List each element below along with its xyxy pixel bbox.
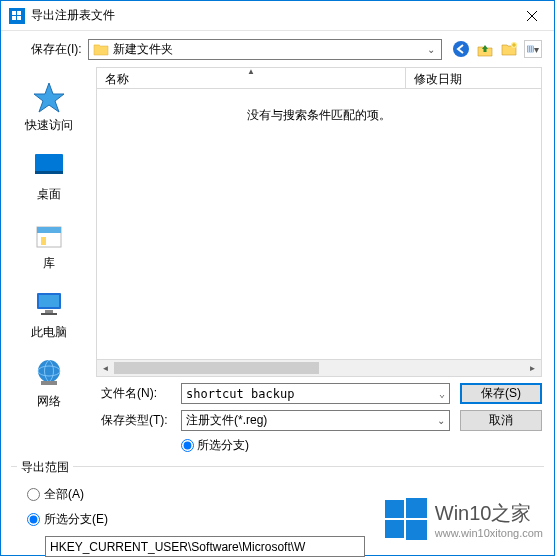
horizontal-scrollbar[interactable]: ◄ ► bbox=[96, 360, 542, 377]
sidebar-item-quickaccess[interactable]: 快速访问 bbox=[1, 75, 96, 144]
export-all-input[interactable] bbox=[27, 488, 40, 501]
export-all-label: 全部(A) bbox=[44, 486, 84, 503]
quick-access-icon bbox=[31, 81, 67, 113]
svg-rect-2 bbox=[12, 16, 16, 20]
svg-point-6 bbox=[453, 41, 469, 57]
selected-branch-inline-input[interactable] bbox=[181, 439, 194, 452]
column-name-text: 名称 bbox=[105, 72, 129, 86]
svg-rect-8 bbox=[528, 46, 534, 52]
column-headers: 名称 ▲ 修改日期 bbox=[96, 67, 542, 89]
this-pc-icon bbox=[31, 288, 67, 320]
filename-value: shortcut backup bbox=[186, 387, 294, 401]
selected-branch-inline-label: 所选分支) bbox=[197, 437, 249, 454]
filetype-label: 保存类型(T): bbox=[101, 412, 181, 429]
export-selected-input[interactable] bbox=[27, 513, 40, 526]
svg-rect-19 bbox=[39, 295, 59, 307]
scroll-thumb[interactable] bbox=[114, 362, 319, 374]
export-selected-label: 所选分支(E) bbox=[44, 511, 108, 528]
sidebar-label: 快速访问 bbox=[25, 117, 73, 134]
selected-branch-inline-radio[interactable]: 所选分支) bbox=[181, 437, 249, 454]
export-selected-radio[interactable]: 所选分支(E) bbox=[27, 511, 538, 528]
empty-message: 没有与搜索条件匹配的项。 bbox=[247, 107, 391, 124]
svg-rect-0 bbox=[12, 11, 16, 15]
column-name[interactable]: 名称 ▲ bbox=[97, 68, 406, 88]
scroll-right-button[interactable]: ► bbox=[524, 360, 541, 376]
svg-rect-14 bbox=[35, 171, 63, 174]
chevron-down-icon: ⌄ bbox=[437, 415, 445, 426]
svg-rect-3 bbox=[17, 16, 21, 20]
view-menu-button[interactable]: ▾ bbox=[524, 40, 542, 58]
file-list-area: 名称 ▲ 修改日期 没有与搜索条件匹配的项。 ◄ ► bbox=[96, 67, 542, 377]
column-date-text: 修改日期 bbox=[414, 72, 462, 86]
filetype-select[interactable]: 注册文件(*.reg) ⌄ bbox=[181, 410, 450, 431]
chevron-down-icon: ⌄ bbox=[421, 44, 441, 55]
sidebar-label: 网络 bbox=[37, 393, 61, 410]
places-sidebar: 快速访问 桌面 库 此电脑 bbox=[1, 67, 96, 377]
svg-rect-17 bbox=[41, 237, 46, 245]
sort-ascending-icon: ▲ bbox=[247, 67, 255, 76]
cancel-button[interactable]: 取消 bbox=[460, 410, 542, 431]
nav-buttons: ▾ bbox=[452, 40, 542, 58]
toolbar: 保存在(I): 新建文件夹 ⌄ ▾ bbox=[1, 31, 554, 67]
regedit-icon bbox=[9, 8, 25, 24]
folder-icon bbox=[93, 42, 109, 56]
svg-rect-21 bbox=[41, 313, 57, 315]
filename-label: 文件名(N): bbox=[101, 385, 181, 402]
column-date[interactable]: 修改日期 bbox=[406, 68, 541, 88]
file-list[interactable]: 没有与搜索条件匹配的项。 bbox=[96, 89, 542, 360]
desktop-icon bbox=[31, 150, 67, 182]
titlebar: 导出注册表文件 bbox=[1, 1, 554, 31]
network-icon bbox=[31, 357, 67, 389]
export-path-input[interactable] bbox=[45, 536, 365, 557]
location-dropdown[interactable]: 新建文件夹 ⌄ bbox=[88, 39, 442, 60]
sidebar-item-desktop[interactable]: 桌面 bbox=[1, 144, 96, 213]
new-folder-button[interactable] bbox=[500, 40, 518, 58]
libraries-icon bbox=[31, 219, 67, 251]
sidebar-label: 库 bbox=[43, 255, 55, 272]
export-range-legend: 导出范围 bbox=[17, 459, 73, 476]
export-range-group: 导出范围 全部(A) 所选分支(E) bbox=[11, 466, 544, 558]
sidebar-item-libraries[interactable]: 库 bbox=[1, 213, 96, 282]
filetype-value: 注册文件(*.reg) bbox=[186, 412, 267, 429]
window-title: 导出注册表文件 bbox=[31, 7, 509, 24]
sidebar-label: 桌面 bbox=[37, 186, 61, 203]
svg-rect-20 bbox=[45, 310, 53, 313]
body: 快速访问 桌面 库 此电脑 bbox=[1, 67, 554, 377]
svg-rect-24 bbox=[41, 381, 57, 385]
sidebar-item-thispc[interactable]: 此电脑 bbox=[1, 282, 96, 351]
svg-rect-1 bbox=[17, 11, 21, 15]
chevron-down-icon: ▾ bbox=[534, 44, 539, 55]
save-button[interactable]: 保存(S) bbox=[460, 383, 542, 404]
back-button[interactable] bbox=[452, 40, 470, 58]
dialog-window: 导出注册表文件 保存在(I): 新建文件夹 ⌄ ▾ bbox=[0, 0, 555, 556]
export-all-radio[interactable]: 全部(A) bbox=[27, 486, 538, 503]
filename-input[interactable]: shortcut backup ⌄ bbox=[181, 383, 450, 404]
sidebar-label: 此电脑 bbox=[31, 324, 67, 341]
chevron-down-icon: ⌄ bbox=[439, 388, 445, 399]
scroll-left-button[interactable]: ◄ bbox=[97, 360, 114, 376]
close-button[interactable] bbox=[509, 1, 554, 31]
sidebar-item-network[interactable]: 网络 bbox=[1, 351, 96, 420]
svg-rect-16 bbox=[37, 227, 61, 233]
save-in-label: 保存在(I): bbox=[31, 41, 82, 58]
svg-point-22 bbox=[38, 360, 60, 382]
scroll-track[interactable] bbox=[114, 360, 524, 376]
up-button[interactable] bbox=[476, 40, 494, 58]
location-text: 新建文件夹 bbox=[113, 41, 421, 58]
